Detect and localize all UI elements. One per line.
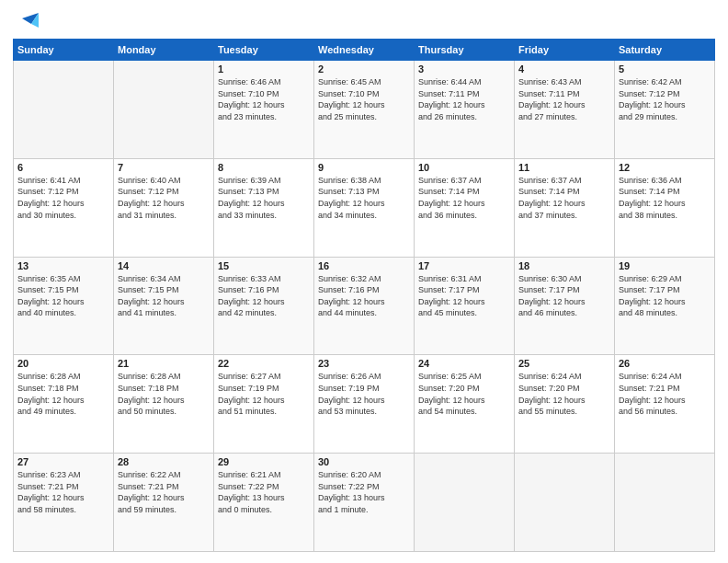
day-number: 12 — [619, 162, 711, 173]
day-number: 1 — [218, 63, 310, 75]
day-number: 18 — [518, 260, 610, 271]
calendar-cell: 19Sunrise: 6:29 AM Sunset: 7:17 PM Dayli… — [615, 257, 715, 355]
calendar-cell: 15Sunrise: 6:33 AM Sunset: 7:16 PM Dayli… — [214, 257, 314, 355]
calendar-cell: 27Sunrise: 6:23 AM Sunset: 7:21 PM Dayli… — [14, 454, 114, 552]
day-info: Sunrise: 6:35 AM Sunset: 7:15 PM Dayligh… — [17, 273, 109, 319]
calendar-cell: 21Sunrise: 6:28 AM Sunset: 7:18 PM Dayli… — [114, 355, 214, 454]
day-number: 11 — [518, 162, 610, 173]
day-number: 17 — [418, 260, 510, 271]
day-info: Sunrise: 6:31 AM Sunset: 7:17 PM Dayligh… — [418, 273, 510, 319]
calendar-week-row: 1Sunrise: 6:46 AM Sunset: 7:10 PM Daylig… — [14, 61, 715, 159]
day-number: 5 — [619, 63, 711, 75]
day-info: Sunrise: 6:20 AM Sunset: 7:22 PM Dayligh… — [318, 469, 410, 515]
day-number: 6 — [17, 162, 109, 173]
day-number: 9 — [318, 162, 410, 173]
day-info: Sunrise: 6:34 AM Sunset: 7:15 PM Dayligh… — [118, 273, 210, 319]
day-number: 14 — [118, 260, 210, 271]
calendar-cell: 14Sunrise: 6:34 AM Sunset: 7:15 PM Dayli… — [114, 257, 214, 355]
day-number: 13 — [17, 260, 109, 271]
day-info: Sunrise: 6:30 AM Sunset: 7:17 PM Dayligh… — [518, 273, 610, 319]
calendar-cell: 4Sunrise: 6:43 AM Sunset: 7:11 PM Daylig… — [515, 61, 615, 159]
day-info: Sunrise: 6:41 AM Sunset: 7:12 PM Dayligh… — [17, 175, 109, 221]
calendar-cell — [515, 454, 615, 552]
calendar-cell: 13Sunrise: 6:35 AM Sunset: 7:15 PM Dayli… — [14, 257, 114, 355]
day-info: Sunrise: 6:37 AM Sunset: 7:14 PM Dayligh… — [518, 175, 610, 221]
day-number: 15 — [218, 260, 310, 271]
calendar-day-header: Sunday — [14, 40, 114, 61]
calendar-cell: 9Sunrise: 6:38 AM Sunset: 7:13 PM Daylig… — [314, 158, 415, 257]
calendar-week-row: 27Sunrise: 6:23 AM Sunset: 7:21 PM Dayli… — [14, 454, 715, 552]
day-info: Sunrise: 6:39 AM Sunset: 7:13 PM Dayligh… — [218, 175, 310, 221]
day-info: Sunrise: 6:28 AM Sunset: 7:18 PM Dayligh… — [17, 371, 109, 417]
calendar-cell: 7Sunrise: 6:40 AM Sunset: 7:12 PM Daylig… — [114, 158, 214, 257]
calendar-week-row: 6Sunrise: 6:41 AM Sunset: 7:12 PM Daylig… — [14, 158, 715, 257]
day-number: 4 — [518, 63, 610, 75]
day-info: Sunrise: 6:25 AM Sunset: 7:20 PM Dayligh… — [418, 371, 510, 417]
day-number: 19 — [619, 260, 711, 271]
calendar-day-header: Saturday — [615, 40, 715, 61]
calendar-cell: 22Sunrise: 6:27 AM Sunset: 7:19 PM Dayli… — [214, 355, 314, 454]
day-number: 30 — [318, 456, 410, 467]
day-number: 2 — [318, 63, 410, 75]
calendar-cell: 29Sunrise: 6:21 AM Sunset: 7:22 PM Dayli… — [214, 454, 314, 552]
day-info: Sunrise: 6:29 AM Sunset: 7:17 PM Dayligh… — [619, 273, 711, 319]
calendar-cell — [14, 61, 114, 159]
calendar-day-header: Thursday — [415, 40, 515, 61]
calendar-cell: 18Sunrise: 6:30 AM Sunset: 7:17 PM Dayli… — [515, 257, 615, 355]
calendar-week-row: 13Sunrise: 6:35 AM Sunset: 7:15 PM Dayli… — [14, 257, 715, 355]
day-number: 8 — [218, 162, 310, 173]
calendar-cell — [114, 61, 214, 159]
day-number: 7 — [118, 162, 210, 173]
day-info: Sunrise: 6:22 AM Sunset: 7:21 PM Dayligh… — [118, 469, 210, 515]
day-number: 27 — [17, 456, 109, 467]
day-info: Sunrise: 6:37 AM Sunset: 7:14 PM Dayligh… — [418, 175, 510, 221]
calendar-cell: 24Sunrise: 6:25 AM Sunset: 7:20 PM Dayli… — [415, 355, 515, 454]
calendar-cell: 5Sunrise: 6:42 AM Sunset: 7:12 PM Daylig… — [615, 61, 715, 159]
calendar-cell: 2Sunrise: 6:45 AM Sunset: 7:10 PM Daylig… — [314, 61, 415, 159]
day-info: Sunrise: 6:24 AM Sunset: 7:21 PM Dayligh… — [619, 371, 711, 417]
day-number: 20 — [17, 358, 109, 369]
calendar-cell — [615, 454, 715, 552]
day-number: 21 — [118, 358, 210, 369]
day-info: Sunrise: 6:44 AM Sunset: 7:11 PM Dayligh… — [418, 76, 510, 122]
calendar-cell: 28Sunrise: 6:22 AM Sunset: 7:21 PM Dayli… — [114, 454, 214, 552]
calendar-day-header: Friday — [515, 40, 615, 61]
day-info: Sunrise: 6:40 AM Sunset: 7:12 PM Dayligh… — [118, 175, 210, 221]
day-info: Sunrise: 6:43 AM Sunset: 7:11 PM Dayligh… — [518, 76, 610, 122]
day-number: 25 — [518, 358, 610, 369]
calendar-table: SundayMondayTuesdayWednesdayThursdayFrid… — [13, 39, 715, 552]
day-info: Sunrise: 6:27 AM Sunset: 7:19 PM Dayligh… — [218, 371, 310, 417]
calendar-week-row: 20Sunrise: 6:28 AM Sunset: 7:18 PM Dayli… — [14, 355, 715, 454]
day-number: 26 — [619, 358, 711, 369]
day-number: 22 — [218, 358, 310, 369]
calendar-cell: 16Sunrise: 6:32 AM Sunset: 7:16 PM Dayli… — [314, 257, 415, 355]
logo — [13, 11, 39, 31]
calendar-day-header: Monday — [114, 40, 214, 61]
day-info: Sunrise: 6:38 AM Sunset: 7:13 PM Dayligh… — [318, 175, 410, 221]
calendar-header-row: SundayMondayTuesdayWednesdayThursdayFrid… — [14, 40, 715, 61]
calendar-day-header: Wednesday — [314, 40, 415, 61]
day-number: 28 — [118, 456, 210, 467]
page: SundayMondayTuesdayWednesdayThursdayFrid… — [0, 0, 728, 563]
calendar-cell: 17Sunrise: 6:31 AM Sunset: 7:17 PM Dayli… — [415, 257, 515, 355]
calendar-cell: 1Sunrise: 6:46 AM Sunset: 7:10 PM Daylig… — [214, 61, 314, 159]
day-number: 23 — [318, 358, 410, 369]
calendar-cell: 26Sunrise: 6:24 AM Sunset: 7:21 PM Dayli… — [615, 355, 715, 454]
day-info: Sunrise: 6:26 AM Sunset: 7:19 PM Dayligh… — [318, 371, 410, 417]
day-info: Sunrise: 6:32 AM Sunset: 7:16 PM Dayligh… — [318, 273, 410, 319]
day-info: Sunrise: 6:24 AM Sunset: 7:20 PM Dayligh… — [518, 371, 610, 417]
day-info: Sunrise: 6:23 AM Sunset: 7:21 PM Dayligh… — [17, 469, 109, 515]
calendar-cell: 23Sunrise: 6:26 AM Sunset: 7:19 PM Dayli… — [314, 355, 415, 454]
calendar-cell: 20Sunrise: 6:28 AM Sunset: 7:18 PM Dayli… — [14, 355, 114, 454]
day-info: Sunrise: 6:36 AM Sunset: 7:14 PM Dayligh… — [619, 175, 711, 221]
logo-bird-icon — [15, 11, 39, 35]
day-number: 16 — [318, 260, 410, 271]
day-number: 10 — [418, 162, 510, 173]
day-info: Sunrise: 6:42 AM Sunset: 7:12 PM Dayligh… — [619, 76, 711, 122]
calendar-cell — [415, 454, 515, 552]
header — [13, 11, 715, 31]
day-number: 3 — [418, 63, 510, 75]
calendar-cell: 3Sunrise: 6:44 AM Sunset: 7:11 PM Daylig… — [415, 61, 515, 159]
calendar-cell: 8Sunrise: 6:39 AM Sunset: 7:13 PM Daylig… — [214, 158, 314, 257]
calendar-cell: 12Sunrise: 6:36 AM Sunset: 7:14 PM Dayli… — [615, 158, 715, 257]
